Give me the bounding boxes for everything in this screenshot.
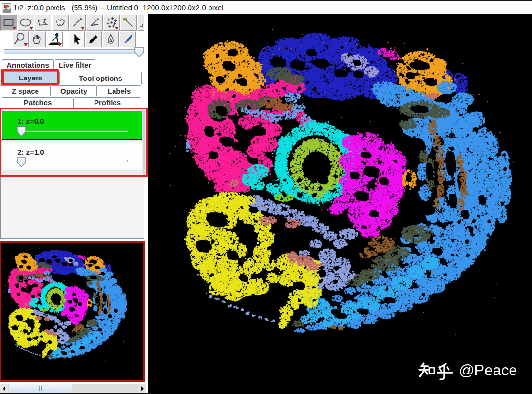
svg-text:@Peace: @Peace [459,362,517,379]
